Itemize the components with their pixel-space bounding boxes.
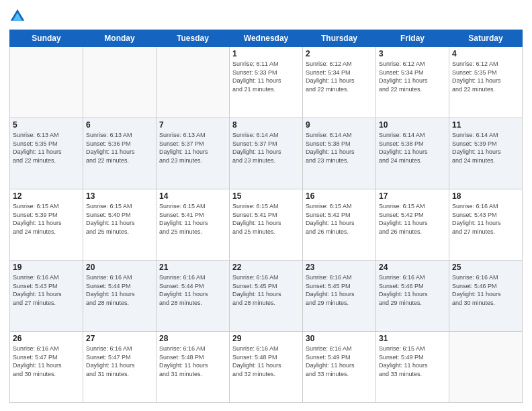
page: SundayMondayTuesdayWednesdayThursdayFrid… bbox=[0, 0, 532, 411]
day-info: Sunrise: 6:16 AM Sunset: 5:45 PM Dayligh… bbox=[306, 273, 373, 307]
day-info: Sunrise: 6:15 AM Sunset: 5:41 PM Dayligh… bbox=[159, 202, 226, 236]
calendar-day-cell: 3Sunrise: 6:12 AM Sunset: 5:34 PM Daylig… bbox=[376, 47, 449, 118]
day-number: 8 bbox=[232, 120, 300, 130]
day-info: Sunrise: 6:15 AM Sunset: 5:42 PM Dayligh… bbox=[306, 202, 373, 236]
day-info: Sunrise: 6:16 AM Sunset: 5:47 PM Dayligh… bbox=[13, 345, 80, 378]
calendar-week-row: 5Sunrise: 6:13 AM Sunset: 5:35 PM Daylig… bbox=[10, 118, 523, 189]
weekday-header: Wednesday bbox=[230, 30, 303, 47]
calendar-day-cell: 22Sunrise: 6:16 AM Sunset: 5:45 PM Dayli… bbox=[230, 261, 303, 332]
day-info: Sunrise: 6:16 AM Sunset: 5:44 PM Dayligh… bbox=[159, 273, 226, 307]
weekday-header: Sunday bbox=[10, 30, 83, 47]
calendar-day-cell: 20Sunrise: 6:16 AM Sunset: 5:44 PM Dayli… bbox=[83, 261, 157, 332]
day-info: Sunrise: 6:15 AM Sunset: 5:42 PM Dayligh… bbox=[379, 202, 446, 236]
calendar-day-cell: 6Sunrise: 6:13 AM Sunset: 5:36 PM Daylig… bbox=[83, 118, 157, 189]
day-number: 28 bbox=[159, 334, 226, 343]
calendar-day-cell: 8Sunrise: 6:14 AM Sunset: 5:37 PM Daylig… bbox=[230, 118, 303, 189]
day-info: Sunrise: 6:16 AM Sunset: 5:49 PM Dayligh… bbox=[306, 345, 373, 378]
calendar-day-cell: 14Sunrise: 6:15 AM Sunset: 5:41 PM Dayli… bbox=[157, 189, 230, 261]
calendar-day-cell: 25Sunrise: 6:16 AM Sunset: 5:46 PM Dayli… bbox=[449, 261, 523, 332]
day-info: Sunrise: 6:16 AM Sunset: 5:45 PM Dayligh… bbox=[232, 273, 300, 307]
day-number: 5 bbox=[13, 120, 80, 130]
calendar-day-cell: 16Sunrise: 6:15 AM Sunset: 5:42 PM Dayli… bbox=[303, 189, 376, 261]
calendar-day-cell: 15Sunrise: 6:15 AM Sunset: 5:41 PM Dayli… bbox=[230, 189, 303, 261]
day-info: Sunrise: 6:11 AM Sunset: 5:33 PM Dayligh… bbox=[232, 60, 300, 93]
day-info: Sunrise: 6:16 AM Sunset: 5:48 PM Dayligh… bbox=[159, 345, 226, 378]
day-info: Sunrise: 6:15 AM Sunset: 5:39 PM Dayligh… bbox=[13, 202, 80, 236]
weekday-header: Tuesday bbox=[157, 30, 230, 47]
calendar-table: SundayMondayTuesdayWednesdayThursdayFrid… bbox=[9, 30, 523, 403]
day-info: Sunrise: 6:13 AM Sunset: 5:35 PM Dayligh… bbox=[13, 131, 80, 165]
day-info: Sunrise: 6:13 AM Sunset: 5:36 PM Dayligh… bbox=[86, 131, 153, 165]
calendar-day-cell: 29Sunrise: 6:16 AM Sunset: 5:48 PM Dayli… bbox=[230, 332, 303, 403]
day-number: 18 bbox=[452, 191, 519, 201]
day-info: Sunrise: 6:12 AM Sunset: 5:35 PM Dayligh… bbox=[452, 60, 519, 93]
day-info: Sunrise: 6:15 AM Sunset: 5:49 PM Dayligh… bbox=[379, 345, 446, 378]
day-info: Sunrise: 6:16 AM Sunset: 5:43 PM Dayligh… bbox=[13, 273, 80, 307]
calendar-day-cell: 4Sunrise: 6:12 AM Sunset: 5:35 PM Daylig… bbox=[449, 47, 523, 118]
day-number: 21 bbox=[159, 263, 226, 272]
calendar-day-cell: 26Sunrise: 6:16 AM Sunset: 5:47 PM Dayli… bbox=[10, 332, 83, 403]
day-info: Sunrise: 6:13 AM Sunset: 5:37 PM Dayligh… bbox=[159, 131, 226, 165]
day-number: 30 bbox=[306, 334, 373, 343]
day-info: Sunrise: 6:16 AM Sunset: 5:46 PM Dayligh… bbox=[379, 273, 446, 307]
weekday-header: Saturday bbox=[449, 30, 523, 47]
calendar-day-cell: 19Sunrise: 6:16 AM Sunset: 5:43 PM Dayli… bbox=[10, 261, 83, 332]
calendar-day-cell: 24Sunrise: 6:16 AM Sunset: 5:46 PM Dayli… bbox=[376, 261, 449, 332]
day-info: Sunrise: 6:15 AM Sunset: 5:40 PM Dayligh… bbox=[86, 202, 153, 236]
weekday-header: Monday bbox=[83, 30, 157, 47]
day-number: 12 bbox=[13, 191, 80, 201]
day-info: Sunrise: 6:14 AM Sunset: 5:38 PM Dayligh… bbox=[306, 131, 373, 165]
day-number: 29 bbox=[232, 334, 300, 343]
day-info: Sunrise: 6:16 AM Sunset: 5:44 PM Dayligh… bbox=[86, 273, 153, 307]
calendar-day-cell: 27Sunrise: 6:16 AM Sunset: 5:47 PM Dayli… bbox=[83, 332, 157, 403]
calendar-day-cell: 5Sunrise: 6:13 AM Sunset: 5:35 PM Daylig… bbox=[10, 118, 83, 189]
day-info: Sunrise: 6:16 AM Sunset: 5:47 PM Dayligh… bbox=[86, 345, 153, 378]
day-info: Sunrise: 6:16 AM Sunset: 5:43 PM Dayligh… bbox=[452, 202, 519, 236]
day-info: Sunrise: 6:16 AM Sunset: 5:48 PM Dayligh… bbox=[232, 345, 300, 378]
day-number: 2 bbox=[306, 49, 373, 58]
calendar-day-cell bbox=[449, 332, 523, 403]
calendar-week-row: 1Sunrise: 6:11 AM Sunset: 5:33 PM Daylig… bbox=[10, 47, 523, 118]
day-number: 10 bbox=[379, 120, 446, 130]
header bbox=[9, 8, 523, 24]
day-number: 14 bbox=[159, 191, 226, 201]
day-info: Sunrise: 6:16 AM Sunset: 5:46 PM Dayligh… bbox=[452, 273, 519, 307]
weekday-header: Friday bbox=[376, 30, 449, 47]
day-number: 16 bbox=[306, 191, 373, 201]
calendar-week-row: 12Sunrise: 6:15 AM Sunset: 5:39 PM Dayli… bbox=[10, 189, 523, 261]
day-info: Sunrise: 6:12 AM Sunset: 5:34 PM Dayligh… bbox=[379, 60, 446, 93]
calendar-day-cell: 28Sunrise: 6:16 AM Sunset: 5:48 PM Dayli… bbox=[157, 332, 230, 403]
day-number: 4 bbox=[452, 49, 519, 58]
calendar-week-row: 19Sunrise: 6:16 AM Sunset: 5:43 PM Dayli… bbox=[10, 261, 523, 332]
calendar-day-cell: 31Sunrise: 6:15 AM Sunset: 5:49 PM Dayli… bbox=[376, 332, 449, 403]
calendar-day-cell: 18Sunrise: 6:16 AM Sunset: 5:43 PM Dayli… bbox=[449, 189, 523, 261]
day-info: Sunrise: 6:14 AM Sunset: 5:39 PM Dayligh… bbox=[452, 131, 519, 165]
calendar-day-cell: 9Sunrise: 6:14 AM Sunset: 5:38 PM Daylig… bbox=[303, 118, 376, 189]
calendar-week-row: 26Sunrise: 6:16 AM Sunset: 5:47 PM Dayli… bbox=[10, 332, 523, 403]
day-number: 19 bbox=[13, 263, 80, 272]
logo-icon bbox=[9, 8, 26, 24]
calendar-day-cell: 2Sunrise: 6:12 AM Sunset: 5:34 PM Daylig… bbox=[303, 47, 376, 118]
day-number: 31 bbox=[379, 334, 446, 343]
calendar-day-cell: 11Sunrise: 6:14 AM Sunset: 5:39 PM Dayli… bbox=[449, 118, 523, 189]
day-info: Sunrise: 6:15 AM Sunset: 5:41 PM Dayligh… bbox=[232, 202, 300, 236]
day-info: Sunrise: 6:12 AM Sunset: 5:34 PM Dayligh… bbox=[306, 60, 373, 93]
day-number: 6 bbox=[86, 120, 153, 130]
day-number: 7 bbox=[159, 120, 226, 130]
calendar-day-cell: 13Sunrise: 6:15 AM Sunset: 5:40 PM Dayli… bbox=[83, 189, 157, 261]
day-number: 25 bbox=[452, 263, 519, 272]
day-number: 17 bbox=[379, 191, 446, 201]
calendar-day-cell: 21Sunrise: 6:16 AM Sunset: 5:44 PM Dayli… bbox=[157, 261, 230, 332]
calendar-day-cell: 7Sunrise: 6:13 AM Sunset: 5:37 PM Daylig… bbox=[157, 118, 230, 189]
calendar-day-cell bbox=[83, 47, 157, 118]
day-number: 20 bbox=[86, 263, 153, 272]
day-number: 1 bbox=[232, 49, 300, 58]
calendar-day-cell: 30Sunrise: 6:16 AM Sunset: 5:49 PM Dayli… bbox=[303, 332, 376, 403]
day-info: Sunrise: 6:14 AM Sunset: 5:37 PM Dayligh… bbox=[232, 131, 300, 165]
calendar-day-cell: 23Sunrise: 6:16 AM Sunset: 5:45 PM Dayli… bbox=[303, 261, 376, 332]
day-number: 9 bbox=[306, 120, 373, 130]
day-number: 23 bbox=[306, 263, 373, 272]
calendar-day-cell: 12Sunrise: 6:15 AM Sunset: 5:39 PM Dayli… bbox=[10, 189, 83, 261]
day-number: 24 bbox=[379, 263, 446, 272]
day-info: Sunrise: 6:14 AM Sunset: 5:38 PM Dayligh… bbox=[379, 131, 446, 165]
